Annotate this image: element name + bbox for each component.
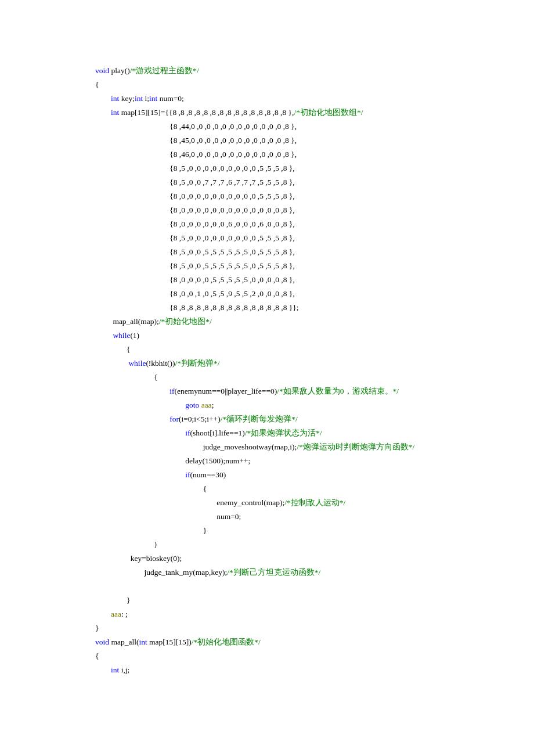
code-line: int i,j; [95, 663, 534, 677]
code-line: goto aaa; [95, 398, 534, 412]
code-line: {8 ,5 ,0 ,0 ,0 ,0 ,0 ,0 ,0 ,0 ,0 ,5 ,5 ,… [95, 161, 534, 175]
code-line: {8 ,0 ,0 ,0 ,0 ,0 ,0 ,0 ,0 ,0 ,0 ,0 ,0 ,… [95, 203, 534, 217]
code-line: while(1) [95, 329, 534, 343]
code-line: enemy_control(map);/*控制敌人运动*/ [95, 496, 534, 510]
code-line: { [95, 370, 534, 384]
code-line: {8 ,44,0 ,0 ,0 ,0 ,0 ,0 ,0 ,0 ,0 ,0 ,0 ,… [95, 120, 534, 134]
code-line: aaa: ; [95, 607, 534, 621]
code-line: { [95, 78, 534, 92]
code-line: if(shoot[i].life==1)/*如果炮弹状态为活*/ [95, 426, 534, 440]
code-line: {8 ,0 ,0 ,0 ,0 ,5 ,5 ,5 ,5 ,5 ,0 ,0 ,0 ,… [95, 273, 534, 287]
code-line: for(i=0;i<5;i++)/*循环判断每发炮弹*/ [95, 412, 534, 426]
code-line: {8 ,0 ,0 ,1 ,0 ,5 ,5 ,9 ,5 ,5 ,2 ,0 ,0 ,… [95, 287, 534, 301]
code-line: if(enemynum==0||player_life==0)/*如果敌人数量为… [95, 384, 534, 398]
code-line: } [95, 593, 534, 607]
code-line: {8 ,8 ,8 ,8 ,8 ,8 ,8 ,8 ,8 ,8 ,8 ,8 ,8 ,… [95, 301, 534, 315]
code-line: void play()/*游戏过程主函数*/ [95, 64, 534, 78]
code-line: judge_tank_my(map,key);/*判断己方坦克运动函数*/ [95, 566, 534, 579]
code-line: { [95, 482, 534, 496]
code-line: } [95, 621, 534, 635]
code-line: void map_all(int map[15][15])/*初始化地图函数*/ [95, 635, 534, 649]
code-line: {8 ,45,0 ,0 ,0 ,0 ,0 ,0 ,0 ,0 ,0 ,0 ,0 ,… [95, 134, 534, 147]
code-line: map_all(map);/*初始化地图*/ [95, 315, 534, 329]
code-line: {8 ,46,0 ,0 ,0 ,0 ,0 ,0 ,0 ,0 ,0 ,0 ,0 ,… [95, 147, 534, 161]
code-line: {8 ,5 ,0 ,0 ,7 ,7 ,7 ,6 ,7 ,7 ,7 ,5 ,5 ,… [95, 175, 534, 189]
code-line: {8 ,0 ,0 ,0 ,0 ,0 ,0 ,6 ,0 ,0 ,0 ,6 ,0 ,… [95, 217, 534, 231]
code-line: {8 ,5 ,0 ,0 ,5 ,5 ,5 ,5 ,5 ,5 ,0 ,5 ,5 ,… [95, 259, 534, 273]
code-line [95, 579, 534, 593]
code-line: {8 ,5 ,0 ,0 ,0 ,0 ,0 ,0 ,0 ,0 ,0 ,5 ,5 ,… [95, 231, 534, 245]
code-line: { [95, 649, 534, 663]
code-line: key=bioskey(0); [95, 552, 534, 566]
code-line: { [95, 343, 534, 357]
code-line: int key;int i;int num=0; [95, 92, 534, 106]
code-document: void play()/*游戏过程主函数*/{ int key;int i;in… [0, 0, 534, 677]
code-line: while(!kbhit())/*判断炮弹*/ [95, 357, 534, 370]
code-line: int map[15][15]={{8 ,8 ,8 ,8 ,8 ,8 ,8 ,8… [95, 106, 534, 120]
code-line: } [95, 524, 534, 538]
code-line: {8 ,0 ,0 ,0 ,0 ,0 ,0 ,0 ,0 ,0 ,0 ,5 ,5 ,… [95, 189, 534, 203]
code-line: if(num==30) [95, 468, 534, 482]
code-line: } [95, 538, 534, 552]
code-line: delay(1500);num++; [95, 454, 534, 468]
code-line: {8 ,5 ,0 ,0 ,5 ,5 ,5 ,5 ,5 ,5 ,0 ,5 ,5 ,… [95, 245, 534, 259]
code-line: judge_moveshootway(map,i);/*炮弹运动时判断炮弹方向函… [95, 440, 534, 454]
code-line: num=0; [95, 510, 534, 524]
